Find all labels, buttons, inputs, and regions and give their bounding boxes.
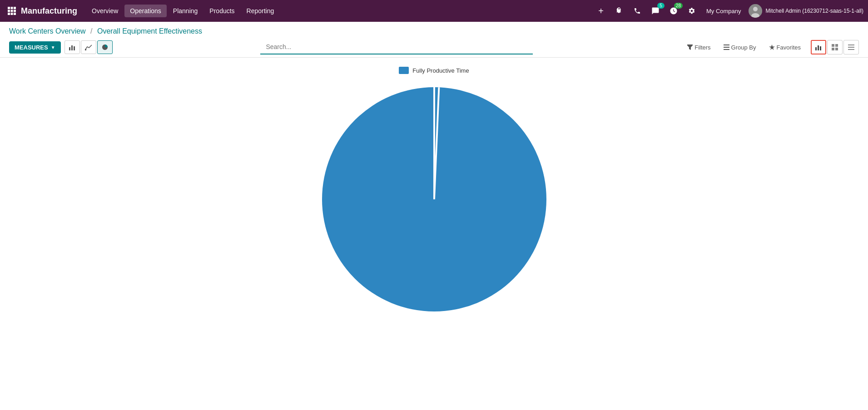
toolbar: MEASURES ▼ Filters Group By Favorites [0, 37, 868, 58]
svg-rect-12 [69, 47, 70, 50]
avatar [749, 4, 762, 18]
add-button[interactable]: + [594, 4, 608, 18]
favorites-button[interactable]: Favorites [766, 42, 804, 53]
filters-button[interactable]: Filters [684, 42, 713, 53]
search-input[interactable] [260, 40, 533, 54]
nav-reporting[interactable]: Reporting [241, 5, 280, 17]
svg-rect-16 [724, 44, 729, 45]
group-by-label: Group By [731, 44, 756, 51]
pie-chart-button[interactable] [97, 40, 113, 54]
user-name: Mitchell Admin (16230712-saas-15-1-all) [766, 8, 863, 14]
group-by-button[interactable]: Group By [721, 42, 759, 53]
pie-chart [316, 81, 552, 317]
svg-rect-4 [11, 10, 13, 12]
svg-rect-5 [14, 10, 16, 12]
graph-view-button[interactable] [811, 40, 826, 54]
svg-rect-22 [832, 44, 834, 47]
measures-button[interactable]: MEASURES ▼ [9, 41, 61, 54]
svg-rect-23 [835, 44, 838, 47]
breadcrumb: Work Centers Overview / Overall Equipmen… [0, 22, 868, 37]
clock-badge: 28 [674, 3, 683, 9]
svg-rect-7 [11, 13, 13, 15]
nav-products[interactable]: Products [204, 5, 240, 17]
chat-badge: 5 [657, 3, 665, 9]
phone-icon[interactable] [630, 4, 645, 18]
svg-rect-1 [11, 7, 13, 9]
svg-rect-26 [848, 44, 854, 45]
line-chart-button[interactable] [81, 40, 96, 54]
chat-icon[interactable]: 5 [648, 4, 663, 18]
view-buttons [811, 40, 859, 54]
nav-menu: Overview Operations Planning Products Re… [86, 5, 592, 17]
svg-rect-20 [818, 45, 819, 50]
svg-rect-27 [848, 47, 854, 48]
svg-rect-0 [8, 7, 10, 9]
company-selector[interactable]: My Company [703, 8, 745, 15]
svg-rect-2 [14, 7, 16, 9]
measures-label: MEASURES [15, 44, 48, 51]
user-menu[interactable]: Mitchell Admin (16230712-saas-15-1-all) [749, 4, 863, 18]
top-navigation: Manufacturing Overview Operations Planni… [0, 0, 868, 22]
svg-point-10 [753, 7, 758, 11]
svg-rect-6 [8, 13, 10, 15]
kanban-view-button[interactable] [827, 40, 843, 54]
legend-color [399, 67, 409, 74]
app-brand: Manufacturing [21, 6, 77, 16]
measures-dropdown-icon: ▼ [51, 45, 55, 50]
settings-icon[interactable] [684, 4, 699, 18]
chart-area: Fully Productive Time [0, 58, 868, 326]
svg-rect-13 [71, 45, 73, 50]
svg-rect-15 [85, 49, 86, 50]
svg-rect-3 [8, 10, 10, 12]
chart-type-buttons [64, 40, 113, 54]
company-name: My Company [706, 8, 741, 15]
grid-icon[interactable] [5, 4, 19, 18]
svg-rect-25 [835, 48, 838, 50]
debug-icon[interactable] [612, 4, 626, 18]
breadcrumb-current: Overall Equipment Effectiveness [97, 27, 202, 35]
svg-rect-19 [815, 47, 817, 50]
svg-rect-24 [832, 48, 834, 50]
legend-label: Fully Productive Time [412, 67, 469, 74]
svg-rect-28 [848, 49, 854, 50]
topnav-icons: + 5 28 My Company Mitchell Admin (162307… [594, 4, 863, 18]
favorites-label: Favorites [777, 44, 801, 51]
chart-legend: Fully Productive Time [399, 67, 469, 74]
svg-rect-18 [724, 49, 729, 50]
breadcrumb-separator: / [90, 27, 92, 35]
bar-chart-button[interactable] [64, 40, 80, 54]
svg-rect-8 [14, 13, 16, 15]
search-area [116, 40, 678, 54]
nav-operations[interactable]: Operations [124, 5, 166, 17]
list-view-button[interactable] [843, 40, 859, 54]
nav-planning[interactable]: Planning [168, 5, 203, 17]
svg-rect-14 [74, 46, 75, 50]
breadcrumb-parent[interactable]: Work Centers Overview [9, 27, 86, 35]
filter-group: Filters Group By Favorites [684, 42, 804, 53]
svg-rect-17 [724, 47, 729, 48]
clock-icon[interactable]: 28 [666, 4, 681, 18]
svg-rect-21 [820, 46, 821, 50]
filters-label: Filters [694, 44, 710, 51]
nav-overview[interactable]: Overview [86, 5, 124, 17]
